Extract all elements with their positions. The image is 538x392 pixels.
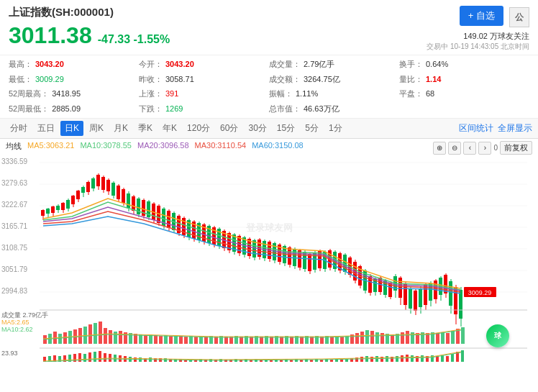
y-label-1: 3336.59 bbox=[1, 158, 28, 165]
svg-rect-255 bbox=[406, 331, 409, 344]
svg-rect-186 bbox=[58, 334, 62, 344]
svg-rect-32 bbox=[91, 178, 95, 188]
public-button[interactable]: 公 bbox=[509, 7, 529, 27]
jinkao-stat: 今开： 3043.20 bbox=[139, 58, 269, 71]
zhenfu-value: 1.11% bbox=[296, 88, 318, 101]
xiadie-value: 1269 bbox=[165, 103, 183, 116]
tab-fenshi[interactable]: 分时 bbox=[6, 121, 32, 136]
svg-text:成交量 2.79亿手: 成交量 2.79亿手 bbox=[1, 311, 48, 319]
tab-yuek[interactable]: 月K bbox=[109, 121, 132, 136]
svg-rect-118 bbox=[308, 254, 311, 271]
tab-5[interactable]: 5分 bbox=[301, 121, 323, 136]
ma10-line bbox=[43, 202, 460, 290]
svg-rect-349 bbox=[446, 356, 449, 362]
zoom-out-icon[interactable]: ⊖ bbox=[448, 142, 461, 155]
svg-rect-282 bbox=[109, 354, 111, 362]
stock-change: -47.33 -1.55% bbox=[98, 33, 170, 46]
huanshou-label: 换手： bbox=[399, 58, 423, 71]
zoom-in-icon[interactable]: ⊕ bbox=[433, 142, 446, 155]
tab-rik[interactable]: 日K bbox=[60, 121, 83, 136]
svg-rect-114 bbox=[298, 250, 301, 268]
tab-15[interactable]: 15分 bbox=[273, 121, 299, 136]
svg-rect-212 bbox=[189, 336, 193, 344]
xiadie-stat: 下跌： 1269 bbox=[139, 103, 269, 116]
ma5-label: MA5:3063.21 bbox=[27, 141, 74, 155]
stock-price: 3011.38 bbox=[9, 22, 92, 49]
liangbi-value: 1.14 bbox=[426, 73, 441, 86]
zongshizhi-value: 46.63万亿 bbox=[304, 103, 339, 116]
zuigao-stat: 最高： 3043.20 bbox=[9, 58, 139, 71]
stats-row: 最高： 3043.20 最低： 3009.29 52周最高： 3418.95 5… bbox=[0, 55, 538, 119]
panjia-value: 68 bbox=[426, 88, 434, 101]
svg-rect-326 bbox=[330, 360, 333, 362]
svg-rect-36 bbox=[101, 177, 105, 190]
prev-icon[interactable]: ‹ bbox=[463, 142, 476, 155]
add-to-watchlist-button[interactable]: + 自选 bbox=[460, 6, 503, 26]
jinkao-label: 今开： bbox=[139, 58, 163, 71]
tab-30[interactable]: 30分 bbox=[244, 121, 270, 136]
qujianjisuan-link[interactable]: 区间统计 bbox=[459, 122, 493, 135]
stat-col-4: 换手： 0.64% 量比： 1.14 平盘： 68 bbox=[399, 58, 529, 115]
huanshou-value: 0.64% bbox=[426, 58, 448, 71]
header: 上证指数(SH:000001) 3011.38 -47.33 -1.55% + … bbox=[0, 0, 538, 55]
svg-rect-205 bbox=[154, 335, 158, 344]
svg-rect-245 bbox=[355, 333, 359, 344]
chengjiao-value: 2.79亿手 bbox=[304, 58, 334, 71]
svg-rect-160 bbox=[414, 291, 417, 311]
stat-col-3: 成交量： 2.79亿手 成交额： 3264.75亿 振幅： 1.11% 总市值：… bbox=[269, 58, 399, 115]
tab-zhouk[interactable]: 周K bbox=[85, 121, 108, 136]
stat-col-1: 最高： 3043.20 最低： 3009.29 52周最高： 3418.95 5… bbox=[9, 58, 139, 115]
svg-rect-334 bbox=[370, 357, 373, 362]
svg-rect-263 bbox=[446, 333, 450, 344]
svg-rect-344 bbox=[421, 355, 424, 362]
svg-rect-197 bbox=[114, 332, 117, 344]
next-icon[interactable]: › bbox=[478, 142, 491, 155]
fuquan-button[interactable]: 前复权 bbox=[500, 141, 532, 155]
svg-rect-48 bbox=[132, 196, 135, 211]
svg-rect-249 bbox=[375, 332, 379, 344]
svg-rect-14 bbox=[46, 209, 50, 214]
chart-svg-container: 3336.59 3279.63 3222.67 3165.71 3108.75 … bbox=[0, 155, 538, 362]
chengjiaoe-value: 3264.75亿 bbox=[304, 73, 340, 86]
svg-rect-262 bbox=[441, 332, 444, 344]
y-label-4: 3165.71 bbox=[1, 222, 28, 230]
svg-rect-264 bbox=[451, 331, 455, 344]
quanping-link[interactable]: 全屏显示 bbox=[498, 122, 532, 135]
w52high-value: 3418.95 bbox=[52, 88, 81, 101]
ma20-label: MA20:3096.58 bbox=[137, 141, 189, 155]
zuidi-value: 3009.29 bbox=[35, 73, 64, 86]
tab-right-links: 区间统计 全屏显示 bbox=[459, 122, 532, 135]
svg-rect-261 bbox=[436, 333, 439, 344]
ma-label: 均线 bbox=[6, 141, 22, 155]
w52low-label: 52周最低： bbox=[9, 103, 49, 116]
header-right: 149.02 万球友关注 交易中 10-19 14:43:05 北京时间 bbox=[427, 31, 529, 52]
svg-rect-266 bbox=[461, 327, 465, 344]
zongshizhi-label: 总市值： bbox=[269, 103, 301, 116]
svg-rect-210 bbox=[179, 336, 183, 344]
chengjiao-label: 成交量： bbox=[269, 58, 301, 71]
svg-rect-339 bbox=[396, 356, 398, 362]
svg-rect-196 bbox=[109, 330, 112, 344]
shangzhang-value: 391 bbox=[165, 88, 178, 101]
w52low-value: 2885.09 bbox=[52, 103, 81, 116]
chart-area: 均线 MA5:3063.21 MA10:3078.55 MA20:3096.58… bbox=[0, 139, 538, 392]
tab-1[interactable]: 1分 bbox=[324, 121, 347, 136]
tab-nk[interactable]: 年K bbox=[158, 121, 181, 136]
tab-120[interactable]: 120分 bbox=[183, 121, 214, 136]
zuidi-stat: 最低： 3009.29 bbox=[9, 73, 139, 86]
svg-rect-254 bbox=[401, 332, 404, 344]
svg-rect-44 bbox=[122, 189, 125, 203]
panjia-stat: 平盘： 68 bbox=[399, 88, 529, 101]
svg-rect-202 bbox=[139, 334, 142, 344]
svg-rect-12 bbox=[41, 210, 45, 216]
y-label-2: 3279.63 bbox=[1, 179, 28, 187]
tab-jik[interactable]: 季K bbox=[134, 121, 157, 136]
svg-rect-195 bbox=[104, 328, 107, 344]
tab-60[interactable]: 60分 bbox=[216, 121, 242, 136]
svg-rect-248 bbox=[370, 331, 374, 344]
shangzhang-label: 上涨： bbox=[139, 88, 163, 101]
zuoshou-value: 3058.71 bbox=[165, 73, 194, 86]
svg-text:登录球友网: 登录球友网 bbox=[245, 222, 293, 233]
tab-wuri[interactable]: 五日 bbox=[33, 121, 59, 136]
svg-rect-46 bbox=[127, 193, 130, 208]
